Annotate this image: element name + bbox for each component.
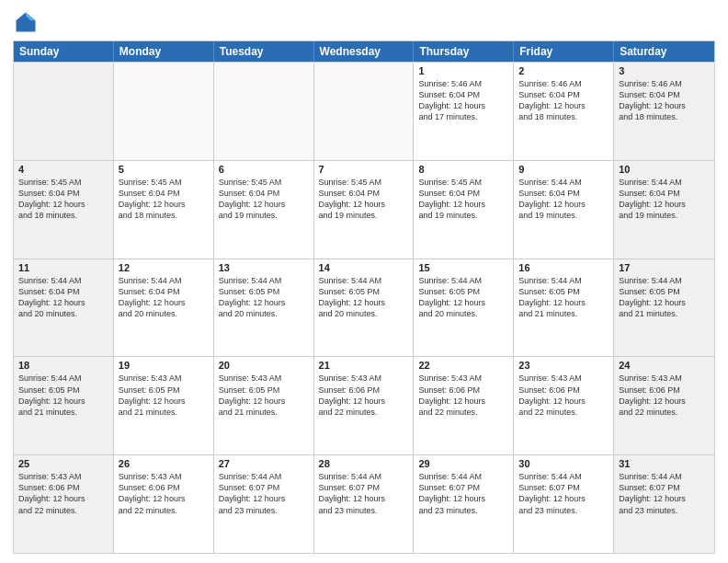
day-info: Sunrise: 5:44 AM Sunset: 6:04 PM Dayligh… [619,177,710,222]
day-number: 7 [319,164,409,175]
day-number: 24 [619,360,710,371]
empty-cell [114,63,214,160]
day-info: Sunrise: 5:44 AM Sunset: 6:07 PM Dayligh… [418,471,508,516]
day-number: 28 [319,458,409,469]
logo [13,9,42,35]
header-day-saturday: Saturday [614,41,714,62]
day-info: Sunrise: 5:43 AM Sunset: 6:06 PM Dayligh… [418,373,508,418]
page: SundayMondayTuesdayWednesdayThursdayFrid… [0,0,728,563]
day-cell-19: 19Sunrise: 5:43 AM Sunset: 6:05 PM Dayli… [114,357,214,454]
day-number: 1 [418,65,508,76]
day-number: 26 [119,458,209,469]
day-info: Sunrise: 5:45 AM Sunset: 6:04 PM Dayligh… [219,177,309,222]
logo-icon [13,9,39,35]
day-info: Sunrise: 5:45 AM Sunset: 6:04 PM Dayligh… [18,177,108,222]
day-info: Sunrise: 5:45 AM Sunset: 6:04 PM Dayligh… [119,177,209,222]
day-number: 18 [18,360,108,371]
day-info: Sunrise: 5:44 AM Sunset: 6:05 PM Dayligh… [619,275,710,320]
day-number: 8 [418,164,508,175]
day-cell-14: 14Sunrise: 5:44 AM Sunset: 6:05 PM Dayli… [314,259,415,357]
day-number: 27 [219,458,309,469]
day-cell-26: 26Sunrise: 5:43 AM Sunset: 6:06 PM Dayli… [114,455,214,553]
day-info: Sunrise: 5:43 AM Sunset: 6:06 PM Dayligh… [319,373,409,418]
day-cell-18: 18Sunrise: 5:44 AM Sunset: 6:05 PM Dayli… [14,357,114,454]
day-cell-29: 29Sunrise: 5:44 AM Sunset: 6:07 PM Dayli… [414,455,514,553]
day-cell-20: 20Sunrise: 5:43 AM Sunset: 6:05 PM Dayli… [214,357,314,454]
day-cell-7: 7Sunrise: 5:45 AM Sunset: 6:04 PM Daylig… [314,161,415,259]
day-info: Sunrise: 5:44 AM Sunset: 6:05 PM Dayligh… [518,275,609,320]
day-number: 16 [518,262,609,273]
day-number: 22 [418,360,508,371]
day-cell-1: 1Sunrise: 5:46 AM Sunset: 6:04 PM Daylig… [414,63,514,160]
week-row-2: 11Sunrise: 5:44 AM Sunset: 6:04 PM Dayli… [14,259,714,357]
day-info: Sunrise: 5:44 AM Sunset: 6:07 PM Dayligh… [518,471,609,516]
day-number: 20 [219,360,309,371]
day-info: Sunrise: 5:43 AM Sunset: 6:06 PM Dayligh… [18,471,108,516]
day-number: 15 [418,262,508,273]
day-info: Sunrise: 5:44 AM Sunset: 6:07 PM Dayligh… [619,471,710,516]
day-number: 3 [619,65,710,76]
day-number: 2 [518,65,609,76]
day-cell-25: 25Sunrise: 5:43 AM Sunset: 6:06 PM Dayli… [14,455,114,553]
calendar-body: 1Sunrise: 5:46 AM Sunset: 6:04 PM Daylig… [14,62,714,553]
day-info: Sunrise: 5:43 AM Sunset: 6:06 PM Dayligh… [518,373,609,418]
day-info: Sunrise: 5:44 AM Sunset: 6:05 PM Dayligh… [418,275,508,320]
header-day-tuesday: Tuesday [214,41,314,62]
day-cell-17: 17Sunrise: 5:44 AM Sunset: 6:05 PM Dayli… [614,259,714,357]
day-number: 13 [219,262,309,273]
day-info: Sunrise: 5:46 AM Sunset: 6:04 PM Dayligh… [619,78,710,123]
calendar: SundayMondayTuesdayWednesdayThursdayFrid… [13,40,715,554]
day-cell-8: 8Sunrise: 5:45 AM Sunset: 6:04 PM Daylig… [414,161,514,259]
day-cell-5: 5Sunrise: 5:45 AM Sunset: 6:04 PM Daylig… [114,161,214,259]
day-cell-23: 23Sunrise: 5:43 AM Sunset: 6:06 PM Dayli… [514,357,614,454]
day-cell-4: 4Sunrise: 5:45 AM Sunset: 6:04 PM Daylig… [14,161,114,259]
day-info: Sunrise: 5:43 AM Sunset: 6:05 PM Dayligh… [119,373,209,418]
day-number: 25 [18,458,108,469]
day-info: Sunrise: 5:46 AM Sunset: 6:04 PM Dayligh… [418,78,508,123]
header [13,9,715,35]
header-day-thursday: Thursday [414,41,514,62]
day-info: Sunrise: 5:44 AM Sunset: 6:05 PM Dayligh… [319,275,409,320]
day-info: Sunrise: 5:45 AM Sunset: 6:04 PM Dayligh… [319,177,409,222]
day-cell-31: 31Sunrise: 5:44 AM Sunset: 6:07 PM Dayli… [614,455,714,553]
day-info: Sunrise: 5:44 AM Sunset: 6:04 PM Dayligh… [18,275,108,320]
header-day-monday: Monday [114,41,214,62]
day-cell-3: 3Sunrise: 5:46 AM Sunset: 6:04 PM Daylig… [614,63,714,160]
day-info: Sunrise: 5:44 AM Sunset: 6:04 PM Dayligh… [518,177,609,222]
day-number: 6 [219,164,309,175]
empty-cell [214,63,314,160]
day-cell-22: 22Sunrise: 5:43 AM Sunset: 6:06 PM Dayli… [414,357,514,454]
day-info: Sunrise: 5:45 AM Sunset: 6:04 PM Dayligh… [418,177,508,222]
calendar-header-row: SundayMondayTuesdayWednesdayThursdayFrid… [14,41,714,62]
day-cell-16: 16Sunrise: 5:44 AM Sunset: 6:05 PM Dayli… [514,259,614,357]
empty-cell [14,63,114,160]
day-cell-24: 24Sunrise: 5:43 AM Sunset: 6:06 PM Dayli… [614,357,714,454]
day-info: Sunrise: 5:43 AM Sunset: 6:06 PM Dayligh… [119,471,209,516]
day-number: 4 [18,164,108,175]
day-info: Sunrise: 5:44 AM Sunset: 6:07 PM Dayligh… [219,471,309,516]
day-number: 12 [119,262,209,273]
day-number: 10 [619,164,710,175]
day-cell-28: 28Sunrise: 5:44 AM Sunset: 6:07 PM Dayli… [314,455,415,553]
day-info: Sunrise: 5:44 AM Sunset: 6:07 PM Dayligh… [319,471,409,516]
day-number: 19 [119,360,209,371]
day-number: 30 [518,458,609,469]
day-number: 14 [319,262,409,273]
day-cell-10: 10Sunrise: 5:44 AM Sunset: 6:04 PM Dayli… [614,161,714,259]
day-number: 17 [619,262,710,273]
day-cell-12: 12Sunrise: 5:44 AM Sunset: 6:04 PM Dayli… [114,259,214,357]
week-row-0: 1Sunrise: 5:46 AM Sunset: 6:04 PM Daylig… [14,62,714,160]
day-cell-11: 11Sunrise: 5:44 AM Sunset: 6:04 PM Dayli… [14,259,114,357]
day-number: 23 [518,360,609,371]
day-info: Sunrise: 5:44 AM Sunset: 6:05 PM Dayligh… [18,373,108,418]
day-info: Sunrise: 5:43 AM Sunset: 6:05 PM Dayligh… [219,373,309,418]
day-number: 29 [418,458,508,469]
header-day-sunday: Sunday [14,41,114,62]
day-cell-2: 2Sunrise: 5:46 AM Sunset: 6:04 PM Daylig… [514,63,614,160]
day-info: Sunrise: 5:46 AM Sunset: 6:04 PM Dayligh… [518,78,609,123]
day-number: 11 [18,262,108,273]
day-info: Sunrise: 5:43 AM Sunset: 6:06 PM Dayligh… [619,373,710,418]
week-row-4: 25Sunrise: 5:43 AM Sunset: 6:06 PM Dayli… [14,454,714,553]
day-cell-27: 27Sunrise: 5:44 AM Sunset: 6:07 PM Dayli… [214,455,314,553]
header-day-wednesday: Wednesday [314,41,415,62]
